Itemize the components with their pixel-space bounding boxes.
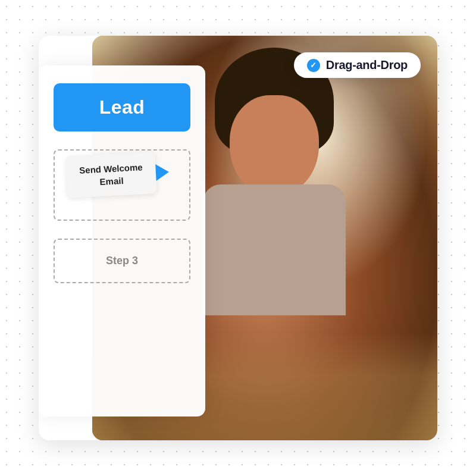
check-circle-icon [307,59,320,72]
person-face [230,95,319,196]
lead-button[interactable]: Lead [54,83,190,131]
page-container: Drag-and-Drop Lead Send Welcome Email St… [0,0,476,476]
arrow-right-icon [155,164,169,181]
email-card[interactable]: Send Welcome Email [65,152,156,198]
left-panel: Lead Send Welcome Email Step 3 [39,65,205,416]
drop-zone-1[interactable]: Send Welcome Email [54,149,190,221]
main-card: Drag-and-Drop Lead Send Welcome Email St… [39,36,437,440]
drop-zone-2[interactable]: Step 3 [54,239,190,283]
person-body [203,184,346,315]
step-3-label: Step 3 [106,255,138,267]
email-card-label: Send Welcome Email [79,162,143,187]
person-silhouette [203,48,358,298]
drag-and-drop-badge: Drag-and-Drop [294,52,421,78]
badge-label: Drag-and-Drop [326,58,408,72]
